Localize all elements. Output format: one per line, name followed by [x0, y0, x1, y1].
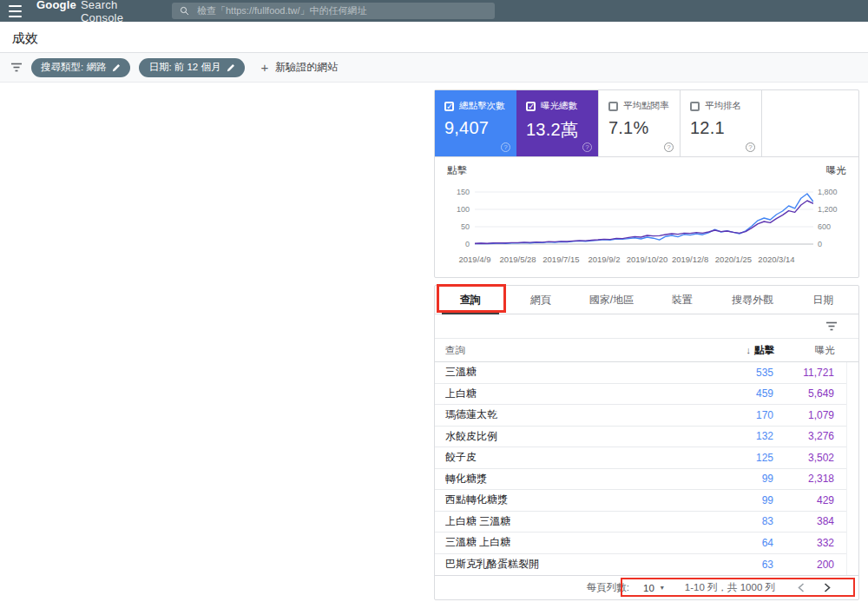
metric-card-total-impressions[interactable]: 曝光總數 13.2萬 ? [516, 90, 598, 156]
impressions-cell: 2,318 [773, 473, 834, 485]
chart-plot-area[interactable]: 00506001001,2001501,8002019/4/92019/5/28… [445, 178, 848, 268]
table-row[interactable]: 西點轉化糖漿99429 [435, 490, 846, 512]
rows-per-page-select[interactable]: 10 ▾ [643, 583, 664, 593]
url-inspection-search[interactable]: 檢查「https://fullfood.tw/」中的任何網址 [172, 3, 495, 19]
date-range-chip[interactable]: 日期: 前 12 個月 [139, 58, 245, 77]
pagination-range: 1-10 列，共 1000 列 [685, 581, 775, 594]
y-axis-label: 150 [445, 188, 470, 196]
metric-card-total-clicks[interactable]: 總點擊次數 9,407 ? [435, 90, 516, 156]
metric-value: 7.1% [608, 118, 673, 138]
x-axis-label: 2019/7/15 [542, 255, 579, 264]
filter-icon [10, 63, 23, 72]
clicks-cell: 64 [716, 537, 773, 549]
tab-search-appearance[interactable]: 搜尋外觀 [717, 286, 787, 314]
clicks-cell: 125 [716, 452, 773, 464]
table-row[interactable]: 水餃皮比例1323,276 [435, 427, 846, 448]
y-axis-label: 0 [445, 240, 470, 248]
help-icon[interactable]: ? [582, 142, 592, 152]
impressions-cell: 11,721 [773, 367, 834, 379]
metric-label: 總點擊次數 [459, 100, 505, 112]
plus-icon: + [260, 61, 268, 74]
table-filter-icon[interactable] [825, 321, 838, 331]
x-axis-label: 2019/9/2 [588, 255, 620, 264]
clicks-cell: 83 [716, 515, 773, 527]
add-property-label: 新驗證的網站 [275, 60, 338, 75]
column-header-impressions[interactable]: 曝光 [774, 344, 835, 357]
impressions-cell: 3,502 [773, 452, 834, 464]
cards-filler [761, 90, 858, 156]
logo-google-text: Google [36, 0, 76, 11]
menu-icon[interactable] [9, 5, 28, 17]
x-axis-label: 2019/10/20 [627, 255, 668, 264]
chevron-right-icon [824, 583, 831, 592]
table-row[interactable]: 餃子皮1253,502 [435, 447, 846, 469]
table-filter-row [435, 314, 858, 339]
top-app-bar: Google Search Console 檢查「https://fullfoo… [0, 0, 868, 22]
x-axis-label: 2020/3/14 [758, 255, 794, 264]
impressions-cell: 5,649 [773, 387, 834, 400]
table-row[interactable]: 瑪德蓮太乾1701,079 [435, 405, 846, 427]
help-icon[interactable]: ? [664, 142, 674, 152]
table-body: 三溫糖53511,721上白糖4595,649瑪德蓮太乾1701,079水餃皮比… [435, 362, 847, 575]
right-axis-title: 曝光 [826, 164, 846, 178]
tab-pages[interactable]: 網頁 [505, 286, 575, 314]
impressions-cell: 384 [773, 515, 834, 527]
filter-bar: 搜尋類型: 網路 日期: 前 12 個月 + 新驗證的網站 [0, 52, 868, 83]
clicks-cell: 132 [716, 430, 773, 442]
column-header-clicks[interactable]: ↓ 點擊 [705, 344, 774, 357]
query-cell: 西點轉化糖漿 [445, 493, 716, 507]
add-property-button[interactable]: + 新驗證的網站 [260, 60, 338, 75]
metric-label: 曝光總數 [541, 100, 577, 112]
metrics-chart-panel: 總點擊次數 9,407 ? 曝光總數 13.2萬 ? 平均點閱率 7.1% ? … [434, 89, 859, 278]
checkbox-icon[interactable] [526, 102, 536, 111]
y-axis-label: 1,800 [818, 188, 838, 196]
table-row[interactable]: 轉化糖漿992,318 [435, 469, 846, 491]
tab-queries[interactable]: 查詢 [435, 286, 505, 314]
x-axis-label: 2019/4/9 [459, 255, 491, 264]
page-title: 成效 [12, 30, 38, 47]
search-placeholder: 檢查「https://fullfood.tw/」中的任何網址 [197, 4, 367, 17]
x-axis-label: 2019/12/8 [672, 255, 708, 264]
search-type-chip[interactable]: 搜尋類型: 網路 [31, 58, 130, 77]
column-header-clicks-label: 點擊 [754, 344, 774, 357]
impressions-cell: 1,079 [773, 409, 834, 421]
query-cell: 三溫糖 上白糖 [445, 535, 716, 550]
y-axis-label: 600 [818, 222, 831, 231]
tab-countries[interactable]: 國家/地區 [576, 286, 647, 314]
edit-icon [227, 63, 235, 72]
query-cell: 瑪德蓮太乾 [445, 407, 716, 422]
chart-lines [475, 189, 813, 248]
metric-cards: 總點擊次數 9,407 ? 曝光總數 13.2萬 ? 平均點閱率 7.1% ? … [435, 90, 858, 157]
previous-page-button[interactable] [794, 581, 808, 595]
chevron-left-icon [798, 583, 805, 592]
metric-label: 平均排名 [705, 100, 741, 112]
metric-value: 12.1 [690, 118, 754, 138]
clicks-cell: 99 [716, 473, 773, 485]
query-cell: 三溫糖 [445, 365, 716, 380]
edit-icon [112, 63, 121, 72]
query-cell: 水餃皮比例 [445, 429, 716, 444]
next-page-button[interactable] [820, 581, 834, 595]
tab-dates[interactable]: 日期 [788, 286, 858, 314]
query-cell: 上白糖 三溫糖 [445, 514, 716, 529]
table-header: 查詢 ↓ 點擊 曝光 [435, 339, 858, 362]
table-row[interactable]: 巴斯克乳酪蛋糕裂開63200 [435, 554, 846, 576]
checkbox-icon[interactable] [444, 102, 454, 111]
date-range-chip-label: 日期: 前 12 個月 [148, 61, 220, 74]
table-row[interactable]: 三溫糖 上白糖64332 [435, 533, 846, 554]
table-row[interactable]: 上白糖 三溫糖83384 [435, 512, 846, 533]
clicks-cell: 459 [716, 387, 773, 400]
checkbox-icon[interactable] [690, 102, 700, 111]
tab-devices[interactable]: 裝置 [647, 286, 717, 314]
impressions-line [475, 201, 813, 243]
help-icon[interactable]: ? [746, 142, 755, 152]
checkbox-icon[interactable] [608, 102, 618, 111]
app-logo[interactable]: Google Search Console [36, 0, 163, 24]
impressions-cell: 3,276 [773, 430, 834, 442]
metric-card-average-ctr[interactable]: 平均點閱率 7.1% ? [598, 90, 680, 156]
column-header-query[interactable]: 查詢 [445, 344, 705, 357]
help-icon[interactable]: ? [501, 142, 510, 152]
table-row[interactable]: 三溫糖53511,721 [435, 362, 846, 384]
metric-card-average-position[interactable]: 平均排名 12.1 ? [680, 90, 761, 156]
table-row[interactable]: 上白糖4595,649 [435, 384, 846, 406]
